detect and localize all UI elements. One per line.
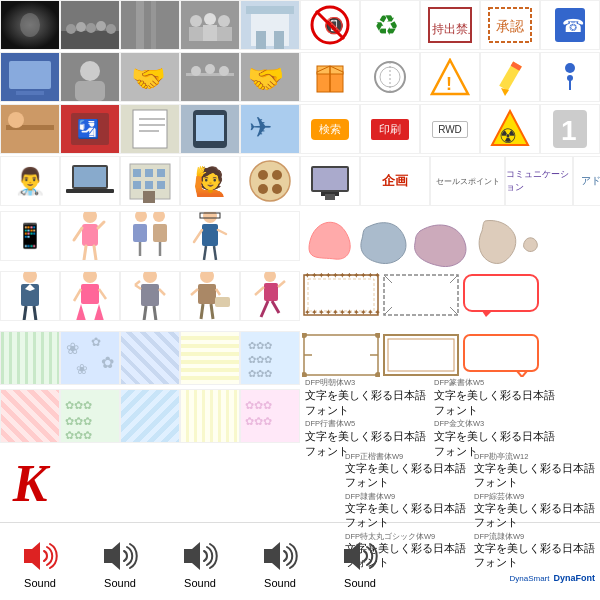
svg-point-60 (565, 63, 575, 73)
sound-item-5[interactable]: Sound (320, 535, 400, 589)
photo-hands: 🤝 (120, 52, 180, 102)
svg-text:!: ! (446, 74, 452, 94)
svg-marker-179 (517, 371, 527, 377)
font-samples-more: DFP正楷書体W9 文字を美しく彩る日本語フォント DFP勘亭流W12 文字を美… (340, 447, 600, 522)
svg-text:✿✿✿: ✿✿✿ (248, 354, 272, 365)
character-company-row: 👨‍⚕️ 🙋 (0, 156, 600, 211)
svg-text:☎: ☎ (562, 16, 584, 36)
company-label-4: アドバイス (573, 156, 600, 206)
svg-text:✿: ✿ (101, 354, 114, 371)
sound-label-3: Sound (184, 577, 216, 589)
svg-line-126 (34, 306, 36, 321)
svg-rect-85 (66, 189, 114, 193)
svg-line-137 (154, 306, 156, 321)
svg-point-103 (83, 211, 97, 223)
svg-point-172 (302, 372, 307, 377)
svg-text:✿✿✿: ✿✿✿ (65, 399, 92, 411)
blank-cell-1 (240, 211, 300, 261)
svg-point-96 (272, 170, 282, 180)
font-label-3: DFP正楷書体W9 (345, 452, 466, 462)
svg-text:🤝: 🤝 (131, 62, 166, 95)
svg-rect-90 (133, 181, 141, 189)
svg-point-6 (86, 23, 96, 33)
svg-line-147 (255, 287, 264, 295)
svg-line-134 (135, 281, 140, 285)
photo-desk (0, 104, 60, 154)
plate-icon (360, 52, 420, 102)
svg-text:✦✦✦✦✦✦✦✦✦✦✦✦: ✦✦✦✦✦✦✦✦✦✦✦✦ (304, 308, 380, 317)
pattern-yellow (180, 389, 240, 443)
sound-label-1: Sound (24, 577, 56, 589)
svg-rect-177 (388, 339, 454, 371)
woman-greeting-char (60, 211, 120, 261)
svg-line-130 (99, 289, 106, 299)
svg-rect-111 (133, 224, 147, 242)
warning-icon: ! (420, 52, 480, 102)
svg-point-13 (190, 15, 202, 27)
photo-icon-row-1: 📵 ♻ 持出禁止 承認 ☎ (0, 0, 600, 52)
svg-text:❀: ❀ (66, 340, 79, 357)
patterns-fonts-row: ✿✿✿✿✿✿✿✿✿ ✿✿✿✿✿✿ DFP明朝体W3 文字を美しく彩る日本語フォン… (0, 389, 600, 447)
svg-rect-178 (464, 335, 538, 371)
svg-line-156 (384, 275, 392, 283)
font-sample-3: 文字を美しく彩る日本語フォント (345, 462, 466, 490)
font-label-r5: DFP流隷体W9 (474, 532, 595, 542)
font-sample-r3: 文字を美しく彩る日本語フォント (474, 462, 595, 490)
svg-rect-76 (196, 115, 224, 141)
svg-line-143 (201, 304, 203, 319)
svg-rect-36 (16, 91, 44, 95)
sound-item-2[interactable]: Sound (80, 535, 160, 589)
map-shapes-area (300, 211, 560, 271)
svg-line-149 (261, 301, 268, 317)
jumping-person-char: 🙋 (180, 156, 240, 206)
pattern-light-blue (120, 389, 180, 443)
search-button-icon[interactable]: 検索 (300, 104, 360, 154)
sound-item-3[interactable]: Sound (160, 535, 240, 589)
svg-line-106 (98, 222, 104, 228)
pattern-green-lines (0, 331, 60, 385)
svg-line-142 (216, 289, 220, 295)
sound-icon-5 (334, 535, 386, 577)
svg-point-170 (302, 333, 307, 338)
svg-rect-16 (189, 27, 204, 41)
print-button-icon[interactable]: 印刷 (360, 104, 420, 154)
photo-passport: 🛂 (60, 104, 120, 154)
svg-text:✿: ✿ (91, 335, 101, 349)
svg-text:❀: ❀ (76, 361, 88, 377)
svg-point-110 (153, 211, 165, 222)
sound-item-4[interactable]: Sound (240, 535, 320, 589)
decorative-frames-area: ✦✦✦✦✦✦✦✦✦✦✦✦ ✦✦✦✦✦✦✦✦✦✦✦✦ (300, 271, 560, 331)
sound-item-1[interactable]: Sound (0, 535, 80, 589)
svg-text:1: 1 (561, 115, 577, 146)
svg-point-98 (272, 184, 282, 194)
svg-rect-169 (304, 335, 378, 375)
svg-text:✿✿✿: ✿✿✿ (245, 415, 272, 427)
svg-point-109 (135, 211, 147, 222)
font-label-r1: DFP篆書体W5 (434, 378, 555, 388)
svg-text:✿✿✿: ✿✿✿ (65, 429, 92, 441)
svg-text:✿✿✿: ✿✿✿ (245, 399, 272, 411)
font-label-1: DFP明朝体W3 (305, 378, 426, 388)
svg-line-135 (159, 289, 165, 295)
font-label-r2: DFP金文体W3 (434, 419, 555, 429)
font-label-2: DFP行書体W5 (305, 419, 426, 429)
font-label-4: DFP隷書体W9 (345, 492, 466, 502)
svg-rect-112 (153, 224, 167, 242)
svg-text:持出禁止: 持出禁止 (432, 22, 472, 36)
pattern-pale-pink: ✿✿✿✿✿✿ (240, 389, 300, 443)
sound-label-2: Sound (104, 577, 136, 589)
svg-point-131 (143, 271, 157, 283)
man-thinking-char (120, 271, 180, 321)
svg-marker-161 (482, 311, 492, 317)
dynalab-label-2: DynaFont (554, 573, 596, 583)
spacer-cell (60, 447, 340, 522)
photo-icon-row-2: 🤝 🤝 ! (0, 52, 600, 104)
svg-rect-128 (81, 284, 99, 304)
svg-text:🛂: 🛂 (77, 118, 100, 140)
svg-point-127 (83, 271, 97, 283)
svg-line-118 (194, 230, 202, 242)
rwd-button-icon[interactable]: RWD (420, 104, 480, 154)
pattern-blue-flowers: ❀ ✿ ❀ ✿ (60, 331, 120, 385)
svg-rect-132 (141, 284, 159, 306)
marker-icon (480, 52, 540, 102)
